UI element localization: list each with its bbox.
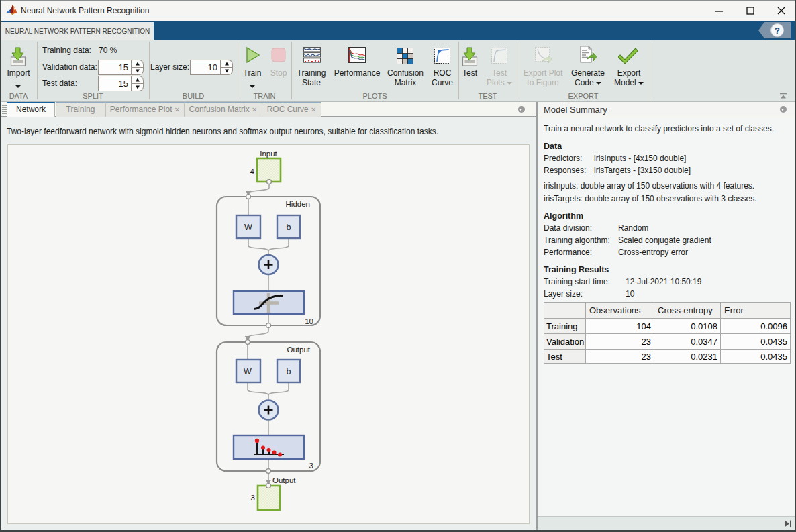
svg-text:?: ?	[775, 25, 780, 36]
svg-text:b: b	[287, 223, 291, 232]
svg-text:Input: Input	[260, 150, 277, 158]
svg-text:10: 10	[305, 317, 313, 325]
svg-text:4: 4	[250, 168, 255, 176]
svg-text:3: 3	[309, 462, 313, 470]
svg-text:W: W	[244, 223, 252, 232]
svg-text:W: W	[244, 367, 252, 376]
svg-text:b: b	[287, 367, 291, 376]
svg-text:Output: Output	[272, 476, 296, 484]
svg-text:3: 3	[251, 494, 255, 502]
svg-text:Output: Output	[287, 345, 310, 354]
svg-text:Hidden: Hidden	[286, 200, 310, 208]
